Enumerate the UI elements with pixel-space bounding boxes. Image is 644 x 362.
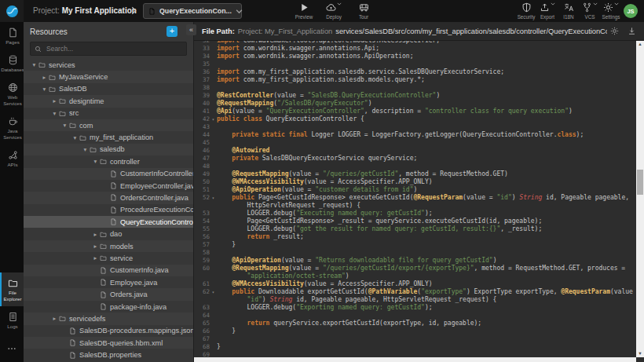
tree-item-label: service [110,254,133,262]
deploy-button[interactable]: Deploy [322,2,346,20]
code-line: 49 @RequestMapping(value = "/queries/get… [194,170,636,178]
preview-button[interactable]: Preview [292,2,316,20]
tree-item[interactable]: QueryExecutionController.java [24,216,193,228]
tree-item[interactable]: ▸MyJavaService [24,71,193,82]
tree-item[interactable]: ▾services [24,59,193,71]
tree-collapse-arrow-icon[interactable]: ▾ [91,158,100,165]
page-icon [8,27,18,38]
tree-collapse-arrow-icon[interactable]: ▾ [40,86,49,93]
tree-item-label: services [49,61,75,69]
code-line: 60 @RequestMapping(value = "/queries/get… [194,265,636,272]
editor-settings-gear-icon[interactable] [610,27,619,35]
tree-item-label: MyJavaService [59,73,108,81]
tree-expand-arrow-icon[interactable]: ▸ [91,231,100,238]
code-text: Page<GetCustIdResponse> _result = queryS… [217,218,542,225]
security-button[interactable]: Security [516,2,536,20]
tree-expand-arrow-icon[interactable]: ▸ [50,97,59,104]
i18n-button[interactable]: I18N [558,2,579,20]
sidebar-item-java-services[interactable]: Java Services [0,111,24,144]
tree-item[interactable]: ▾src [24,108,193,119]
tree-expand-arrow-icon[interactable]: ▸ [91,254,100,261]
vcs-button[interactable]: VCS [580,2,600,20]
code-line: 66 } [194,327,636,335]
line-number: 69 [194,351,210,357]
folder-icon [100,243,107,250]
code-text: @Autowired [217,147,269,155]
tree-item[interactable]: EmployeeController.java [24,180,193,192]
tree-item[interactable]: SalesDB-queries.hbm.xml [24,337,193,349]
settings-button[interactable]: Settings [601,2,621,20]
scroll-up-arrow[interactable]: ▲ [636,41,644,48]
user-avatar[interactable]: JS [624,4,638,18]
tree-item[interactable]: Orders.java [24,288,193,300]
tree-item[interactable]: SalesDB.properties [24,349,193,360]
code-text: } [217,343,221,351]
tree-item[interactable]: package-info.java [24,301,193,313]
tree-expand-arrow-icon[interactable]: ▸ [50,315,59,322]
line-number: 42 [194,115,210,123]
code-text: LOGGER.debug("Exporting named query: get… [217,304,433,312]
tree-item[interactable]: ▸designtime [24,95,193,107]
tree-item[interactable]: ▾my_first_application [24,131,193,143]
code-text: @RestController(value = "SalesDB.QueryEx… [217,92,440,100]
line-number: 61 [194,280,210,288]
tree-expand-arrow-icon[interactable]: ▸ [91,243,100,250]
sidebar-item-file-explorer[interactable]: File Explorer [0,272,24,306]
more-options-button[interactable] [0,334,24,362]
line-number: 65 [194,320,210,327]
folder-icon [49,86,56,93]
tree-item[interactable]: SalesDB-procedures.mappings.json [24,325,193,337]
tree-item[interactable]: ▾SalesDB [24,83,193,95]
download-file-icon[interactable] [628,27,636,35]
code-editor[interactable]: 32import com.wavemaker.tools.api.core.mo… [194,41,636,357]
scroll-down-arrow[interactable]: ▼ [636,350,644,357]
tree-item[interactable]: ProcedureExecutionController.java [24,204,193,216]
code-text: import com.wordnik.swagger.annotations.A… [217,53,413,60]
tree-item[interactable]: Employee.java [24,276,193,288]
tree-collapse-arrow-icon[interactable]: ▾ [71,134,79,141]
rail-item-label: Pages [5,39,20,46]
tree-item[interactable]: CustomerInfoController.java [24,168,193,180]
sidebar-item-pages[interactable]: Pages [0,22,24,49]
tree-item[interactable]: OrdersController.java [24,192,193,203]
file-icon [100,267,107,274]
action-label: Export [540,14,554,20]
editor-vertical-scrollbar[interactable]: ▲ ▼ [636,41,644,357]
tree-item[interactable]: CustomerInfo.java [24,265,193,276]
tree-expand-arrow-icon[interactable]: ▸ [40,74,49,81]
sidebar-item-logs[interactable]: Logs [0,306,24,334]
add-resource-button[interactable]: + [166,26,177,37]
export-button[interactable]: Export [537,2,558,20]
code-fold-arrow-icon[interactable]: ▾ [210,288,217,296]
editor-horizontal-scrollbar[interactable] [194,357,636,362]
sidebar-item-apis[interactable]: APIs [0,144,24,172]
code-fold-arrow-icon[interactable]: ▾ [210,194,217,202]
code-line: 40@RequestMapping("/SalesDB/queryExecuto… [194,100,636,108]
tree-item[interactable]: ▸servicedefs [24,313,193,324]
code-line: 68} [194,343,636,351]
tree-collapse-arrow-icon[interactable]: ▾ [81,146,90,153]
search-input[interactable] [45,44,182,53]
tree-collapse-arrow-icon[interactable]: ▾ [30,61,38,68]
tree-item[interactable]: ▾controller [24,155,193,167]
tree-item[interactable]: ▾salesdb [24,144,193,155]
tree-item[interactable]: ▸dao [24,228,193,240]
collapse-panel-button[interactable]: « [186,24,196,35]
code-text: import com.my_first_application.salesdb.… [217,76,425,84]
tree-item[interactable]: ▾com [24,119,193,131]
folder-icon [49,74,56,81]
code-line: 67 [194,335,636,343]
resources-search [30,42,187,56]
tree-collapse-arrow-icon[interactable]: ▾ [50,110,59,117]
vertical-scroll-thumb[interactable] [637,170,643,195]
app-logo[interactable] [0,0,24,22]
tree-item[interactable]: ▸service [24,252,193,264]
chevron-down-icon [551,2,555,5]
tour-button[interactable]: Tour [352,2,375,20]
sidebar-item-web-services[interactable]: Web Services [0,77,24,111]
tree-item[interactable]: ▸models [24,240,193,252]
open-file-dropdown[interactable]: QueryExecutionCon... [143,3,242,19]
tree-collapse-arrow-icon[interactable]: ▾ [60,122,69,129]
sidebar-item-databases[interactable]: Databases [0,49,24,77]
code-fold-arrow-icon[interactable]: ▾ [210,115,217,123]
